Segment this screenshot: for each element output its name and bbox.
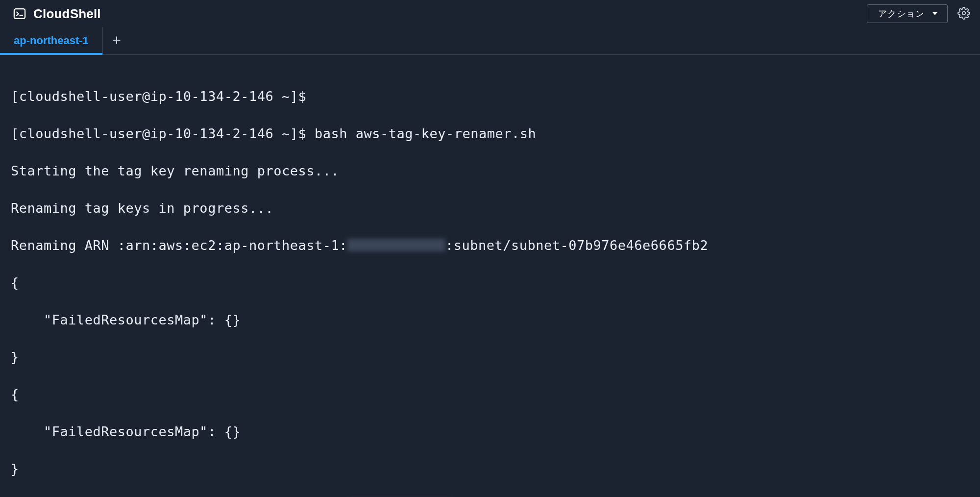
terminal-line: Renaming tag keys in progress...	[11, 199, 969, 218]
actions-dropdown[interactable]: アクション	[867, 4, 948, 23]
svg-point-3	[962, 11, 966, 15]
terminal-line: [cloudshell-user@ip-10-134-2-146 ~]$ bas…	[11, 124, 969, 143]
tab-region[interactable]: ap-northeast-1	[0, 27, 103, 54]
terminal-line: "FailedResourcesMap": {}	[11, 422, 969, 441]
terminal-line: }	[11, 460, 969, 478]
terminal-line: Renaming ARN :arn:aws:ec2:ap-northeast-1…	[11, 236, 969, 255]
output: "FailedResourcesMap": {}	[11, 424, 241, 439]
output: {	[11, 275, 19, 290]
terminal-output[interactable]: [cloudshell-user@ip-10-134-2-146 ~]$ [cl…	[0, 55, 980, 497]
tab-label: ap-northeast-1	[14, 34, 89, 47]
output: {	[11, 387, 19, 402]
new-tab-button[interactable]	[103, 27, 130, 54]
gear-icon	[957, 7, 970, 21]
actions-dropdown-label: アクション	[878, 8, 925, 20]
prompt: [cloudshell-user@ip-10-134-2-146 ~]$	[11, 126, 306, 141]
terminal-line: "FailedResourcesMap": {}	[11, 311, 969, 329]
svg-marker-2	[932, 12, 937, 15]
terminal-line: }	[11, 348, 969, 367]
output: :subnet/subnet-07b976e46e6665fb2	[445, 238, 708, 253]
svg-rect-0	[14, 9, 25, 19]
settings-button[interactable]	[956, 6, 971, 22]
plus-icon	[112, 33, 122, 48]
prompt: [cloudshell-user@ip-10-134-2-146 ~]$	[11, 89, 306, 104]
page-title: CloudShell	[33, 6, 101, 22]
redacted-account-id	[347, 239, 445, 251]
output: "FailedResourcesMap": {}	[11, 312, 241, 327]
header-left: CloudShell	[13, 6, 101, 22]
output: Renaming tag keys in progress...	[11, 200, 273, 216]
output: }	[11, 461, 19, 476]
output: Renaming ARN :arn:aws:ec2:ap-northeast-1…	[11, 238, 347, 253]
output: Starting the tag key renaming process...	[11, 163, 339, 178]
command	[306, 89, 315, 104]
terminal-line: {	[11, 385, 969, 404]
command: bash aws-tag-key-renamer.sh	[306, 126, 536, 141]
output: }	[11, 349, 19, 365]
chevron-down-icon	[931, 10, 938, 17]
terminal-line: [cloudshell-user@ip-10-134-2-146 ~]$	[11, 87, 969, 106]
tab-bar: ap-northeast-1	[0, 27, 980, 55]
terminal-line: {	[11, 273, 969, 292]
header-right: アクション	[867, 4, 971, 23]
terminal-icon	[13, 7, 26, 21]
terminal-line: Starting the tag key renaming process...	[11, 162, 969, 180]
header-bar: CloudShell アクション	[0, 0, 980, 27]
